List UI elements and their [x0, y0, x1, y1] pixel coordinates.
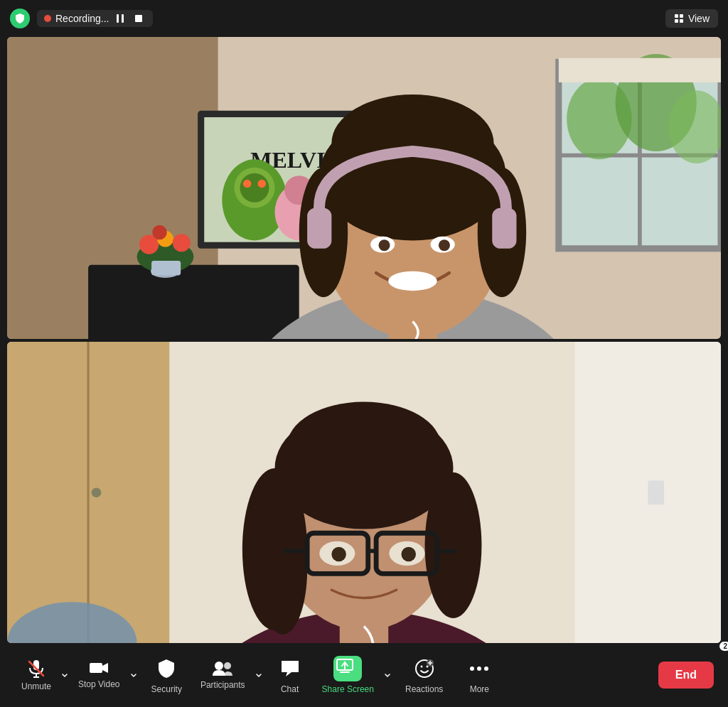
stop-video-button[interactable]: Stop Video	[71, 655, 127, 695]
participants-count: 2	[719, 642, 728, 651]
svg-point-13	[173, 234, 191, 252]
share-screen-button[interactable]: Share Screen	[315, 650, 381, 700]
svg-rect-5	[675, 19, 678, 23]
svg-rect-6	[680, 19, 683, 23]
stop-video-chevron-button[interactable]	[127, 654, 140, 696]
svg-rect-4	[680, 14, 683, 18]
svg-point-66	[425, 472, 482, 617]
reactions-icon	[412, 656, 437, 681]
participants-icon: 2	[211, 660, 234, 677]
svg-point-48	[439, 239, 450, 251]
svg-rect-3	[675, 14, 678, 18]
recording-dot	[44, 15, 51, 22]
more-label: More	[470, 684, 489, 694]
reactions-label: Reactions	[405, 684, 443, 694]
security-icon	[154, 656, 179, 681]
share-screen-label: Share Screen	[322, 684, 374, 694]
svg-rect-35	[559, 58, 721, 82]
more-icon	[466, 656, 492, 681]
chat-button[interactable]: Chat	[265, 650, 315, 700]
unmute-button[interactable]: Unmute	[14, 653, 58, 697]
svg-point-96	[484, 666, 488, 671]
svg-rect-9	[88, 265, 299, 339]
svg-marker-82	[102, 663, 108, 673]
svg-point-94	[470, 666, 474, 671]
svg-rect-16	[151, 261, 181, 276]
svg-point-56	[92, 487, 102, 497]
svg-point-42	[331, 95, 493, 192]
toolbar: Unmute Stop Video	[0, 643, 728, 707]
video-tile-1: MELVINS	[7, 37, 721, 339]
svg-rect-2	[135, 15, 142, 22]
more-button[interactable]: More	[454, 650, 504, 700]
chat-label: Chat	[281, 684, 299, 694]
svg-point-89	[420, 666, 422, 668]
unmute-label: Unmute	[21, 681, 51, 691]
recording-label: Recording...	[55, 13, 109, 24]
svg-point-24	[258, 180, 266, 188]
svg-point-83	[215, 662, 223, 670]
stop-video-group: Stop Video	[71, 654, 140, 696]
svg-rect-1	[122, 14, 124, 23]
view-label: View	[688, 13, 710, 24]
participants-chevron-button[interactable]	[252, 654, 265, 696]
share-screen-chevron-button[interactable]	[381, 654, 394, 696]
svg-point-95	[477, 666, 481, 671]
svg-point-65	[259, 504, 307, 635]
svg-point-84	[224, 662, 231, 669]
svg-point-22	[240, 173, 269, 203]
unmute-group: Unmute	[14, 653, 71, 697]
participants-button[interactable]: 2 Participants	[193, 654, 252, 696]
svg-point-67	[287, 401, 441, 491]
stop-button[interactable]	[132, 14, 146, 23]
video-area: MELVINS	[7, 37, 721, 643]
view-button[interactable]: View	[665, 9, 718, 28]
video-tile-2	[7, 342, 721, 644]
reactions-button[interactable]: Reactions	[394, 650, 454, 700]
top-bar: Recording... View	[0, 0, 728, 37]
stop-video-label: Stop Video	[78, 679, 120, 689]
svg-rect-0	[117, 14, 119, 23]
security-button[interactable]: Security	[140, 650, 193, 700]
svg-point-47	[379, 239, 390, 251]
camera-icon	[89, 661, 109, 676]
chat-icon	[277, 656, 303, 681]
svg-rect-81	[90, 663, 102, 673]
svg-point-49	[388, 271, 437, 291]
svg-rect-44	[492, 208, 516, 249]
share-screen-group: Share Screen	[315, 650, 394, 700]
microphone-icon	[26, 659, 46, 679]
svg-point-75	[331, 546, 346, 561]
end-button[interactable]: End	[658, 662, 714, 689]
unmute-chevron-button[interactable]	[58, 654, 71, 696]
svg-point-14	[152, 225, 167, 240]
recording-indicator: Recording...	[37, 10, 153, 27]
security-label: Security	[151, 684, 182, 694]
shield-icon	[10, 9, 30, 28]
participants-group: 2 Participants	[193, 654, 265, 696]
share-screen-icon	[333, 656, 362, 681]
svg-point-76	[401, 546, 416, 561]
participants-label: Participants	[200, 680, 245, 690]
svg-rect-43	[307, 208, 331, 249]
svg-rect-58	[648, 480, 664, 504]
pause-button[interactable]	[113, 14, 127, 23]
svg-point-23	[243, 180, 251, 188]
